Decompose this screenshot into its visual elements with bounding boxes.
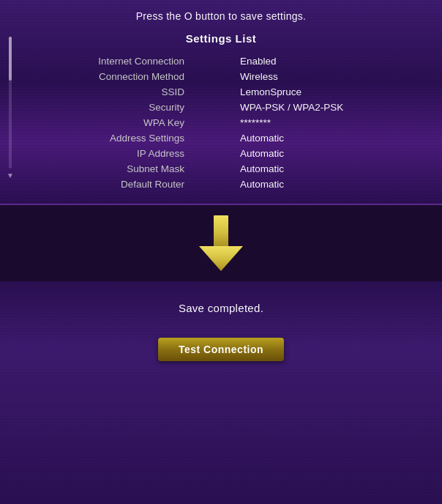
table-row: Connection MethodWireless — [67, 69, 375, 84]
table-row: SecurityWPA-PSK / WPA2-PSK — [67, 100, 375, 115]
row-label: Internet Connection — [67, 56, 184, 67]
row-value: ******** — [228, 117, 375, 128]
row-label: SSID — [67, 86, 184, 97]
arrow-section — [0, 205, 442, 281]
table-row: SSIDLemonSpruce — [67, 84, 375, 100]
row-value: Wireless — [228, 71, 375, 82]
row-label: IP Address — [67, 148, 184, 159]
table-row: WPA Key******** — [67, 115, 375, 130]
row-value: Automatic — [228, 133, 375, 144]
table-row: Address SettingsAutomatic — [67, 130, 375, 146]
row-value: Automatic — [228, 148, 375, 159]
row-label: Security — [67, 102, 184, 113]
row-label: Address Settings — [67, 133, 184, 144]
settings-title: Settings List — [0, 32, 442, 45]
row-value: LemonSpruce — [228, 86, 375, 97]
row-label: Connection Method — [67, 71, 184, 82]
scrollbar-thumb — [9, 37, 12, 81]
scroll-down-icon: ▼ — [7, 171, 14, 179]
row-value: Automatic — [228, 179, 375, 190]
settings-table: Internet ConnectionEnabledConnection Met… — [0, 53, 442, 192]
top-panel: ▼ Press the O button to save settings. S… — [0, 0, 442, 205]
table-row: Default RouterAutomatic — [67, 177, 375, 192]
row-value: Enabled — [228, 56, 375, 67]
svg-marker-1 — [199, 246, 243, 271]
table-row: Internet ConnectionEnabled — [67, 53, 375, 69]
table-row: IP AddressAutomatic — [67, 146, 375, 161]
table-row: Subnet MaskAutomatic — [67, 161, 375, 177]
row-label: Default Router — [67, 179, 184, 190]
row-label: WPA Key — [67, 117, 184, 128]
down-arrow-icon — [199, 214, 243, 273]
svg-rect-0 — [214, 215, 228, 248]
row-value: WPA-PSK / WPA2-PSK — [228, 102, 375, 113]
press-message: Press the O button to save settings. — [0, 10, 442, 22]
scrollbar[interactable]: ▼ — [7, 37, 13, 196]
row-label: Subnet Mask — [67, 163, 184, 174]
row-value: Automatic — [228, 163, 375, 174]
scrollbar-track — [9, 37, 12, 168]
bottom-panel: Save completed. Test Connection — [0, 281, 442, 504]
save-completed-text: Save completed. — [179, 302, 263, 314]
test-connection-button[interactable]: Test Connection — [158, 338, 284, 361]
